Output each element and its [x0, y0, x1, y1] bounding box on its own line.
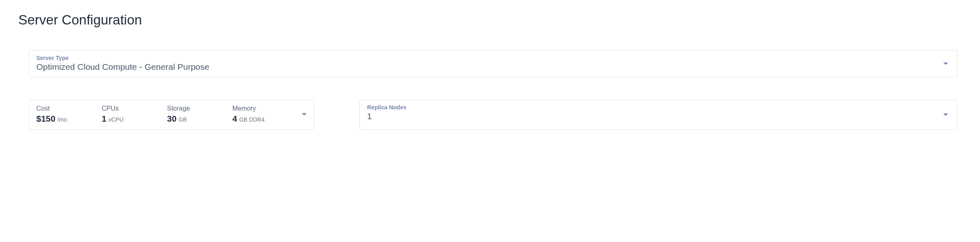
chevron-down-icon — [943, 62, 948, 65]
server-type-value: Optimized Cloud Compute - General Purpos… — [36, 62, 209, 71]
page-title: Server Configuration — [18, 12, 962, 28]
spec-storage-unit: GB — [178, 116, 187, 123]
chevron-down-icon — [302, 113, 307, 115]
spec-cpus-unit: vCPU — [109, 116, 124, 123]
spec-memory-label: Memory — [232, 105, 298, 112]
spec-memory: Memory 4 GB DDR4 — [232, 105, 298, 124]
spec-storage: Storage 30 GB — [167, 105, 232, 124]
spec-storage-label: Storage — [167, 105, 232, 112]
spec-cost: Cost $150 /mo — [36, 105, 102, 124]
plan-specs-select[interactable]: Cost $150 /mo CPUs 1 vCPU Storage 30 GB — [29, 100, 314, 130]
spec-memory-unit: GB DDR4 — [239, 116, 265, 123]
replica-nodes-value: 1 — [367, 111, 372, 121]
spec-storage-value: 30 — [167, 114, 176, 124]
spec-cost-label: Cost — [36, 105, 102, 112]
spec-cost-value: $150 — [36, 114, 56, 124]
spec-cpus-value: 1 — [102, 114, 107, 124]
spec-cpus-label: CPUs — [102, 105, 167, 112]
spec-cost-unit: /mo — [58, 116, 67, 123]
spec-memory-value: 4 — [232, 114, 237, 124]
replica-nodes-select[interactable]: Replica Nodes 1 — [359, 100, 958, 130]
server-type-label: Server Type — [36, 55, 950, 61]
chevron-down-icon — [943, 113, 948, 116]
server-type-select[interactable]: Server Type Optimized Cloud Compute - Ge… — [29, 50, 958, 77]
replica-nodes-label: Replica Nodes — [367, 104, 950, 111]
spec-cpus: CPUs 1 vCPU — [102, 105, 167, 124]
